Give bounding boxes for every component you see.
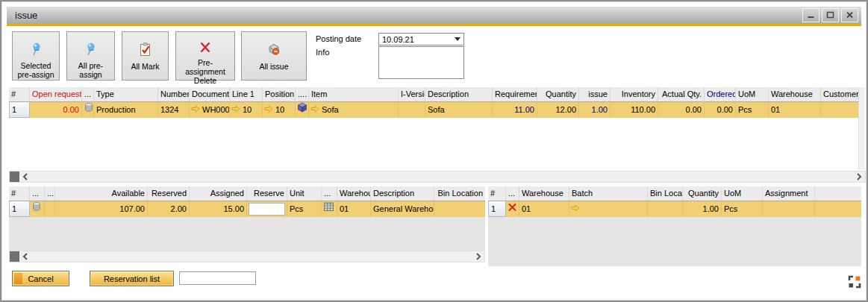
- cell-available: 107.00: [55, 201, 148, 217]
- cell-warehouse: 01: [519, 201, 569, 217]
- cell-assigned: 15.00: [190, 201, 247, 217]
- link-arrow-icon[interactable]: [571, 201, 580, 217]
- resize-form-icon[interactable]: [848, 275, 861, 290]
- row-selector[interactable]: 1: [488, 201, 506, 217]
- document-link[interactable]: WH000: [202, 102, 230, 118]
- row-selector[interactable]: 1: [9, 201, 30, 217]
- col-warehouse: Warehouse: [337, 186, 371, 201]
- cell-document: WH000: [190, 102, 230, 118]
- posting-date-value: 10.09.21: [382, 35, 414, 44]
- scroll-thumb[interactable]: [10, 251, 19, 262]
- cell-warehouse: 01: [337, 201, 371, 217]
- item-link[interactable]: Sofa: [322, 102, 339, 118]
- main-table-row[interactable]: 1 0.00 Production 1324 WH000 10 10: [9, 102, 858, 118]
- cell-bin-location: [648, 201, 683, 217]
- cell-description: General Warehouse1: [371, 201, 434, 217]
- cell-batch: [569, 201, 648, 217]
- warehouse-crate-icon: [323, 201, 334, 217]
- all-pre-assign-button[interactable]: All pre-assign: [66, 31, 115, 81]
- col-bin-location: Bin Location: [434, 186, 485, 201]
- col-dots-3: ...: [322, 186, 337, 201]
- cell-actual-qty: 0.00: [658, 102, 705, 118]
- scroll-track[interactable]: [31, 172, 853, 182]
- pre-assignment-delete-button[interactable]: Pre-assignment Delete: [175, 31, 235, 81]
- scroll-left-icon[interactable]: [19, 172, 31, 182]
- window-title: issue: [15, 10, 37, 21]
- dropdown-arrow-icon[interactable]: [455, 37, 460, 41]
- minimize-icon: [807, 11, 815, 20]
- col-available: Available: [55, 186, 148, 201]
- selected-pre-assign-button[interactable]: Selected pre-assign: [12, 31, 60, 81]
- col-reserved: Reserved: [148, 186, 190, 201]
- batch-table-row[interactable]: 1 01 1.00 Pcs: [488, 201, 861, 217]
- col-unit: Unit: [287, 186, 322, 201]
- col-reserve: Reserve: [247, 186, 287, 201]
- pushpin-icon: [30, 41, 43, 57]
- main-table-header: # Open requests ... Type Number Document…: [9, 87, 858, 102]
- scroll-track[interactable]: [31, 251, 472, 262]
- all-issue-button[interactable]: All issue: [241, 31, 307, 81]
- cell-unit: Pcs: [287, 201, 322, 217]
- maximize-icon: [826, 11, 834, 20]
- close-button[interactable]: [841, 8, 858, 22]
- info-label: Info: [316, 48, 329, 57]
- cell-position: 10: [263, 102, 296, 118]
- link-arrow-icon[interactable]: [264, 102, 273, 118]
- cell-item-icon: [296, 102, 309, 118]
- button-label: All Mark: [127, 62, 163, 71]
- col-spacer: [815, 186, 861, 201]
- cancel-label: Cancel: [28, 274, 53, 283]
- titlebar[interactable]: issue: [7, 7, 861, 24]
- cell-issue: 1.00: [579, 102, 611, 118]
- posting-date-select[interactable]: 10.09.21: [378, 33, 464, 45]
- col-customer: Customer x: [821, 87, 858, 102]
- cell-item: Sofa: [309, 102, 399, 118]
- issue-dialog: issue Selected pre-assign All pre-assign…: [0, 0, 868, 302]
- reserve-table-hscrollbar[interactable]: [9, 251, 485, 262]
- reserve-table-row[interactable]: 1 107.00 2.00 15.00 Pcs 01 General Wareh…: [9, 201, 485, 217]
- minimize-button[interactable]: [802, 8, 819, 22]
- reservation-list-button[interactable]: Reservation list: [90, 271, 174, 286]
- all-mark-button[interactable]: All Mark: [122, 31, 169, 81]
- button-label: Pre-assignment Delete: [181, 58, 230, 85]
- col-hash: #: [9, 186, 30, 201]
- reserve-input[interactable]: [249, 203, 285, 216]
- clipboard-check-icon: [139, 41, 152, 57]
- cell-warehouse: 01: [769, 102, 821, 118]
- cell-uom: Pcs: [736, 102, 769, 118]
- scroll-left-icon[interactable]: [19, 251, 31, 262]
- close-icon: [846, 11, 854, 20]
- main-table-vscrollbar[interactable]: [858, 87, 865, 170]
- window-controls: [802, 8, 858, 22]
- cell-quantity: 1.00: [683, 201, 722, 217]
- scroll-right-icon[interactable]: [472, 251, 484, 262]
- link-arrow-icon[interactable]: [310, 102, 319, 118]
- col-actual-qty: Actual Qty.: [658, 87, 705, 102]
- button-label: Selected pre-assign: [17, 61, 54, 79]
- main-table-hscrollbar[interactable]: [9, 171, 866, 183]
- col-hash: #: [488, 186, 506, 201]
- cell-description: Sofa: [425, 102, 493, 118]
- red-x-icon[interactable]: [508, 201, 517, 217]
- cell-reserve: [247, 201, 287, 217]
- col-dots-1: ...: [82, 87, 94, 102]
- col-batch: Batch: [569, 186, 648, 201]
- cell-type-icon: [30, 201, 45, 217]
- link-arrow-icon[interactable]: [231, 102, 240, 118]
- footer-text-input[interactable]: [179, 271, 256, 285]
- col-dots: ...: [506, 186, 519, 201]
- col-inventory: Inventory: [611, 87, 658, 102]
- info-textarea[interactable]: [378, 46, 464, 79]
- col-i-version: I-Version: [399, 87, 425, 102]
- cancel-button[interactable]: Cancel: [12, 271, 69, 286]
- cell-line1: 10: [230, 102, 263, 118]
- scroll-thumb[interactable]: [10, 172, 19, 182]
- link-arrow-icon[interactable]: [191, 102, 200, 118]
- maximize-button[interactable]: [822, 8, 839, 22]
- line1-link[interactable]: 10: [243, 102, 252, 118]
- row-selector[interactable]: 1: [9, 102, 30, 118]
- scroll-right-icon[interactable]: [853, 172, 865, 182]
- col-position: Position: [263, 87, 296, 102]
- col-open-requests: Open requests: [30, 87, 82, 102]
- position-link[interactable]: 10: [275, 102, 284, 118]
